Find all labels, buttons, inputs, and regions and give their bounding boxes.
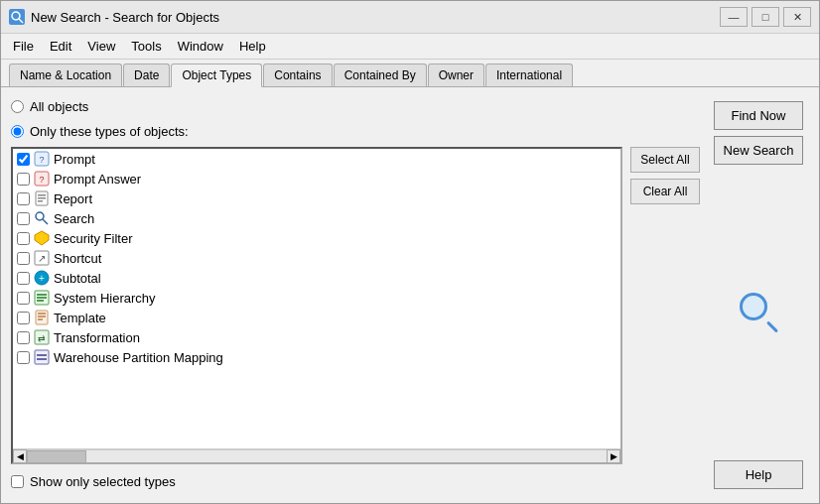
svg-rect-7 bbox=[38, 194, 46, 196]
show-only-selected-label[interactable]: Show only selected types bbox=[30, 474, 176, 489]
window-icon bbox=[9, 9, 25, 25]
menu-window[interactable]: Window bbox=[170, 36, 231, 57]
help-button[interactable]: Help bbox=[714, 460, 803, 489]
list-area: ? Prompt ? bbox=[11, 147, 700, 464]
only-these-label[interactable]: Only these types of objects: bbox=[30, 124, 189, 139]
find-now-button[interactable]: Find Now bbox=[714, 101, 803, 130]
new-search-button[interactable]: New Search bbox=[714, 136, 803, 165]
svg-text:+: + bbox=[39, 273, 45, 284]
system-hierarchy-label: System Hierarchy bbox=[54, 291, 156, 306]
svg-text:⚡: ⚡ bbox=[37, 233, 47, 243]
report-label: Report bbox=[54, 191, 92, 206]
menu-help[interactable]: Help bbox=[231, 36, 274, 57]
maximize-button[interactable]: □ bbox=[752, 7, 779, 27]
menu-view[interactable]: View bbox=[79, 36, 123, 57]
template-icon bbox=[34, 310, 50, 325]
close-button[interactable]: ✕ bbox=[783, 7, 811, 27]
horizontal-scrollbar[interactable]: ◀ ▶ bbox=[13, 448, 620, 462]
list-action-buttons: Select All Clear All bbox=[630, 147, 700, 464]
list-item: Template bbox=[13, 308, 620, 327]
transformation-label: Transformation bbox=[54, 330, 140, 345]
main-panel: All objects Only these types of objects: bbox=[11, 97, 700, 493]
shortcut-label: Shortcut bbox=[54, 251, 101, 266]
system-hierarchy-checkbox[interactable] bbox=[17, 292, 30, 305]
template-label: Template bbox=[54, 311, 106, 325]
scroll-left-button[interactable]: ◀ bbox=[13, 449, 27, 463]
list-item: Warehouse Partition Mapping bbox=[13, 347, 620, 367]
tab-date[interactable]: Date bbox=[123, 63, 170, 86]
svg-line-1 bbox=[19, 19, 23, 23]
list-item: ? Prompt Answer bbox=[13, 169, 620, 189]
tab-contains[interactable]: Contains bbox=[263, 63, 332, 86]
svg-text:?: ? bbox=[39, 155, 44, 165]
clear-all-button[interactable]: Clear All bbox=[630, 179, 700, 204]
only-these-row: Only these types of objects: bbox=[11, 122, 700, 141]
menu-file[interactable]: File bbox=[5, 36, 42, 57]
transformation-icon: ⇄ bbox=[34, 329, 50, 345]
subtotal-checkbox[interactable] bbox=[17, 272, 30, 285]
list-item: ⚡ Security Filter bbox=[13, 228, 620, 248]
all-objects-radio[interactable] bbox=[11, 100, 24, 113]
security-filter-checkbox[interactable] bbox=[17, 232, 30, 245]
warehouse-partition-label: Warehouse Partition Mapping bbox=[54, 350, 223, 365]
tab-owner[interactable]: Owner bbox=[428, 63, 484, 86]
tab-object-types[interactable]: Object Types bbox=[171, 63, 262, 87]
search-checkbox[interactable] bbox=[17, 212, 30, 225]
title-controls: — □ ✕ bbox=[720, 7, 811, 27]
only-these-radio[interactable] bbox=[11, 125, 24, 138]
svg-rect-21 bbox=[37, 300, 44, 302]
magnifier-area bbox=[714, 171, 805, 454]
object-type-list: ? Prompt ? bbox=[11, 147, 622, 464]
shortcut-checkbox[interactable] bbox=[17, 252, 30, 265]
list-item: ↗ Shortcut bbox=[13, 248, 620, 268]
magnifier-handle bbox=[766, 320, 778, 332]
tab-name-location[interactable]: Name & Location bbox=[9, 63, 122, 86]
all-objects-label[interactable]: All objects bbox=[30, 99, 88, 114]
show-only-selected-checkbox[interactable] bbox=[11, 475, 24, 488]
list-item: Search bbox=[13, 208, 620, 228]
report-icon bbox=[34, 190, 50, 206]
svg-rect-23 bbox=[38, 313, 46, 315]
menu-tools[interactable]: Tools bbox=[123, 36, 169, 57]
search-icon bbox=[34, 210, 50, 226]
svg-rect-19 bbox=[37, 294, 47, 296]
svg-rect-24 bbox=[38, 315, 46, 317]
prompt-icon: ? bbox=[34, 151, 50, 167]
tab-bar: Name & Location Date Object Types Contai… bbox=[1, 60, 819, 87]
report-checkbox[interactable] bbox=[17, 192, 30, 205]
warehouse-partition-icon bbox=[34, 349, 50, 365]
list-scroll-area[interactable]: ? Prompt ? bbox=[13, 149, 620, 448]
tab-contained-by[interactable]: Contained By bbox=[334, 63, 427, 86]
title-bar-left: New Search - Search for Objects bbox=[9, 9, 219, 25]
prompt-label: Prompt bbox=[54, 152, 95, 167]
prompt-answer-label: Prompt Answer bbox=[54, 172, 141, 187]
subtotal-icon: + bbox=[34, 270, 50, 286]
list-item: System Hierarchy bbox=[13, 288, 620, 308]
transformation-checkbox[interactable] bbox=[17, 331, 30, 344]
svg-rect-25 bbox=[38, 318, 43, 320]
list-item: + Subtotal bbox=[13, 268, 620, 288]
minimize-button[interactable]: — bbox=[720, 7, 748, 27]
prompt-answer-icon: ? bbox=[34, 171, 50, 187]
svg-point-0 bbox=[12, 12, 20, 20]
system-hierarchy-icon bbox=[34, 290, 50, 306]
menu-edit[interactable]: Edit bbox=[42, 36, 79, 57]
prompt-checkbox[interactable] bbox=[17, 153, 30, 166]
subtotal-label: Subtotal bbox=[54, 271, 101, 286]
tab-international[interactable]: International bbox=[485, 63, 573, 86]
scroll-right-button[interactable]: ▶ bbox=[607, 449, 620, 463]
search-label: Search bbox=[54, 211, 94, 226]
menu-bar: File Edit View Tools Window Help bbox=[1, 34, 819, 60]
magnifier-icon bbox=[740, 293, 779, 332]
main-window: New Search - Search for Objects — □ ✕ Fi… bbox=[0, 0, 820, 504]
security-filter-label: Security Filter bbox=[54, 231, 132, 246]
title-bar: New Search - Search for Objects — □ ✕ bbox=[1, 1, 819, 34]
select-all-button[interactable]: Select All bbox=[630, 147, 700, 173]
list-item: ? Prompt bbox=[13, 149, 620, 169]
svg-rect-20 bbox=[37, 297, 47, 299]
template-checkbox[interactable] bbox=[17, 312, 30, 324]
svg-rect-8 bbox=[38, 197, 46, 199]
svg-rect-28 bbox=[35, 350, 49, 364]
warehouse-partition-checkbox[interactable] bbox=[17, 351, 30, 364]
prompt-answer-checkbox[interactable] bbox=[17, 173, 30, 186]
